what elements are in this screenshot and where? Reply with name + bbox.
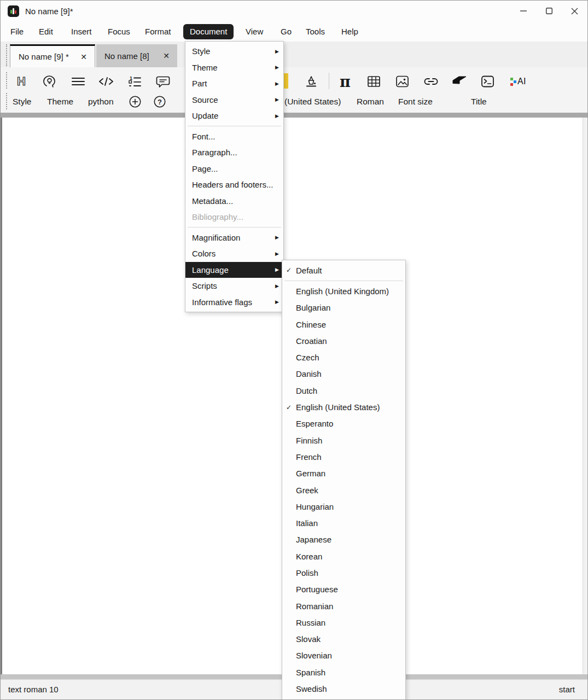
add-button[interactable] [127,94,143,110]
lang-polish[interactable]: Polish [282,564,405,581]
minimize-button[interactable] [510,1,536,21]
style-button[interactable]: H [12,72,31,91]
paragraph-menu-button[interactable] [69,72,88,91]
math-button[interactable]: π [336,72,354,91]
menu-go[interactable]: Go [280,24,293,39]
lang-hungarian[interactable]: Hungarian [282,498,405,515]
ink-color-button[interactable] [302,72,321,91]
lang-italian[interactable]: Italian [282,515,405,531]
lang-esperanto[interactable]: Esperanto [282,416,405,432]
toolbar-row1-gripper[interactable] [6,72,7,89]
help-button[interactable]: ? [152,94,168,110]
menu-format[interactable]: Format [144,24,172,39]
lang-russian[interactable]: Russian [282,614,405,631]
lang-greek[interactable]: Greek [282,482,405,498]
link-button[interactable] [422,72,440,91]
table-icon [366,74,381,89]
theme-button[interactable] [40,72,59,91]
docmenu-colors[interactable]: Colors▶ [185,246,283,262]
tab-no-name-9[interactable]: No name [9] * ✕ [10,44,95,67]
terminal-icon [480,74,495,89]
style-h-icon: H [14,74,28,89]
lang-slovenian[interactable]: Slovenian [282,648,405,664]
menu-focus[interactable]: Focus [107,24,131,39]
app-logo-icon [8,5,19,17]
lang-bulgarian[interactable]: Bulgarian [282,300,405,316]
tab-close-icon[interactable]: ✕ [155,51,177,60]
lang-default[interactable]: ✓Default [282,262,405,278]
lang-portuguese[interactable]: Portuguese [282,581,405,598]
svg-text:1: 1 [130,75,132,81]
docmenu-source[interactable]: Source▶ [185,92,283,108]
lang-korean[interactable]: Korean [282,548,405,564]
font-size-dropdown[interactable]: Font size [398,94,433,110]
outline-tree-button[interactable]: 1 [126,72,144,91]
lang-spanish[interactable]: Spanish [282,664,405,680]
lang-danish[interactable]: Danish [282,366,405,382]
docmenu-informative-flags[interactable]: Informative flags▶ [185,294,283,311]
docmenu-font[interactable]: Font... [185,129,283,145]
terminal-button[interactable] [478,72,497,91]
docmenu-magnification[interactable]: Magnification▶ [185,230,283,246]
docmenu-language[interactable]: Language▶ [185,262,283,278]
eraser-icon [452,75,467,88]
submenu-arrow-icon: ▶ [275,97,279,102]
docmenu-style[interactable]: Style▶ [185,43,283,60]
theme-dropdown[interactable]: Theme [47,94,73,110]
docmenu-page[interactable]: Page... [185,161,283,177]
docmenu-part[interactable]: Part▶ [185,75,283,92]
docmenu-update[interactable]: Update▶ [185,108,283,124]
vertical-scrollbar[interactable] [583,118,587,674]
font-family-dropdown[interactable]: Roman [357,94,384,110]
lang-japanese[interactable]: Japanese [282,532,405,548]
tab-close-icon[interactable]: ✕ [73,52,95,61]
lang-swedish[interactable]: Swedish [282,680,405,697]
tab-no-name-8[interactable]: No name [8] ✕ [96,44,177,67]
submenu-arrow-icon: ▶ [275,235,279,240]
window-title: No name [9]* [25,7,73,16]
docmenu-metadata[interactable]: Metadata... [185,193,283,209]
lang-chinese-taiwan[interactable]: Chinese (Taiwan) [282,697,405,700]
menu-edit[interactable]: Edit [38,24,54,39]
menu-insert[interactable]: Insert [70,24,93,39]
lang-romanian[interactable]: Romanian [282,598,405,614]
ai-button[interactable]: AI [506,72,530,91]
python-dropdown[interactable]: python [88,94,114,110]
close-button[interactable] [562,1,587,21]
menu-help[interactable]: Help [340,24,359,39]
menu-tools[interactable]: Tools [305,24,326,39]
lang-croatian[interactable]: Croatian [282,332,405,349]
lang-english-uk[interactable]: English (United Kingdom) [282,283,405,299]
theme-head-icon [42,74,57,89]
svg-text:H: H [17,74,26,88]
menu-document[interactable]: Document [183,24,234,39]
maximize-button[interactable] [536,1,562,21]
menu-bar: File Edit Insert Focus Format Document V… [1,21,587,42]
title-dropdown[interactable]: Title [471,94,487,110]
submenu-arrow-icon: ▶ [275,113,279,119]
language-dropdown[interactable]: (United States) [284,94,341,110]
lang-chinese[interactable]: Chinese [282,316,405,332]
docmenu-theme[interactable]: Theme▶ [185,60,283,76]
docmenu-scripts[interactable]: Scripts▶ [185,278,283,294]
menu-file[interactable]: File [9,24,25,39]
menu-view[interactable]: View [244,24,264,39]
docmenu-paragraph[interactable]: Paragraph... [185,144,283,161]
comment-button[interactable] [154,72,172,91]
lang-czech[interactable]: Czech [282,349,405,365]
table-button[interactable] [364,72,383,91]
submenu-arrow-icon: ▶ [275,65,279,70]
style-dropdown[interactable]: Style [13,94,31,110]
tabbar-gripper[interactable] [6,44,7,66]
lang-german[interactable]: German [282,465,405,482]
toolbar-row2-gripper[interactable] [6,93,7,109]
lang-french[interactable]: French [282,448,405,465]
lang-english-us[interactable]: ✓English (United States) [282,399,405,415]
eraser-button[interactable] [450,72,469,91]
docmenu-headers-footers[interactable]: Headers and footers... [185,177,283,193]
lang-slovak[interactable]: Slovak [282,631,405,648]
lang-finnish[interactable]: Finnish [282,432,405,448]
source-code-button[interactable] [97,72,115,91]
image-button[interactable] [393,72,411,91]
lang-dutch[interactable]: Dutch [282,382,405,399]
